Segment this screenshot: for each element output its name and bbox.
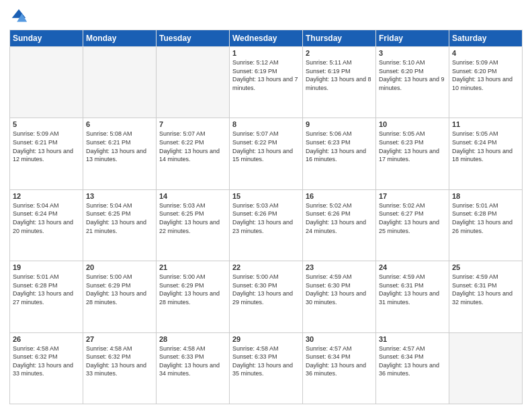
day-number: 3 <box>379 49 446 57</box>
day-number: 2 <box>306 49 373 57</box>
day-cell: 28Sunrise: 4:58 AMSunset: 6:33 PMDayligh… <box>157 332 230 404</box>
day-info: Sunrise: 5:05 AMSunset: 6:24 PMDaylight:… <box>452 130 519 163</box>
day-cell: 4Sunrise: 5:09 AMSunset: 6:20 PMDaylight… <box>449 47 523 118</box>
day-cell: 6Sunrise: 5:08 AMSunset: 6:21 PMDaylight… <box>83 118 157 189</box>
day-info: Sunrise: 5:00 AMSunset: 6:29 PMDaylight:… <box>86 273 153 306</box>
day-info: Sunrise: 5:10 AMSunset: 6:20 PMDaylight:… <box>379 58 446 92</box>
day-info: Sunrise: 5:02 AMSunset: 6:27 PMDaylight:… <box>379 201 446 235</box>
day-number: 21 <box>159 263 226 271</box>
day-cell: 2Sunrise: 5:11 AMSunset: 6:19 PMDaylight… <box>303 47 376 118</box>
day-info: Sunrise: 5:07 AMSunset: 6:22 PMDaylight:… <box>232 130 300 163</box>
day-cell: 24Sunrise: 4:59 AMSunset: 6:31 PMDayligh… <box>376 261 449 332</box>
day-cell: 11Sunrise: 5:05 AMSunset: 6:24 PMDayligh… <box>449 118 523 189</box>
day-cell: 31Sunrise: 4:57 AMSunset: 6:34 PMDayligh… <box>376 332 449 404</box>
page: SundayMondayTuesdayWednesdayThursdayFrid… <box>0 0 532 411</box>
day-number: 22 <box>232 263 300 271</box>
day-number: 8 <box>232 120 300 128</box>
day-info: Sunrise: 4:58 AMSunset: 6:33 PMDaylight:… <box>232 345 300 378</box>
day-number: 14 <box>159 192 226 200</box>
weekday-header-tuesday: Tuesday <box>157 30 230 47</box>
day-cell: 22Sunrise: 5:00 AMSunset: 6:30 PMDayligh… <box>230 261 303 332</box>
day-cell <box>83 47 157 118</box>
day-cell: 19Sunrise: 5:01 AMSunset: 6:28 PMDayligh… <box>10 261 83 332</box>
weekday-header-sunday: Sunday <box>10 30 83 47</box>
day-info: Sunrise: 5:09 AMSunset: 6:20 PMDaylight:… <box>452 58 519 92</box>
day-info: Sunrise: 4:57 AMSunset: 6:34 PMDaylight:… <box>306 345 373 378</box>
day-info: Sunrise: 4:59 AMSunset: 6:31 PMDaylight:… <box>452 273 519 306</box>
day-info: Sunrise: 4:58 AMSunset: 6:32 PMDaylight:… <box>13 345 80 378</box>
day-number: 31 <box>379 335 446 343</box>
day-number: 29 <box>232 335 300 343</box>
day-info: Sunrise: 4:59 AMSunset: 6:31 PMDaylight:… <box>379 273 446 306</box>
day-info: Sunrise: 5:01 AMSunset: 6:28 PMDaylight:… <box>452 201 519 235</box>
weekday-header-friday: Friday <box>376 30 449 47</box>
day-info: Sunrise: 5:00 AMSunset: 6:30 PMDaylight:… <box>232 273 300 306</box>
day-cell: 20Sunrise: 5:00 AMSunset: 6:29 PMDayligh… <box>83 261 157 332</box>
day-number: 9 <box>306 120 373 128</box>
day-number: 30 <box>306 335 373 343</box>
calendar-table: SundayMondayTuesdayWednesdayThursdayFrid… <box>9 30 523 404</box>
weekday-header-monday: Monday <box>83 30 157 47</box>
day-cell: 9Sunrise: 5:06 AMSunset: 6:23 PMDaylight… <box>303 118 376 189</box>
day-cell: 29Sunrise: 4:58 AMSunset: 6:33 PMDayligh… <box>230 332 303 404</box>
weekday-header-row: SundayMondayTuesdayWednesdayThursdayFrid… <box>10 30 523 47</box>
day-cell: 26Sunrise: 4:58 AMSunset: 6:32 PMDayligh… <box>10 332 83 404</box>
day-cell: 27Sunrise: 4:58 AMSunset: 6:32 PMDayligh… <box>83 332 157 404</box>
day-cell: 21Sunrise: 5:00 AMSunset: 6:29 PMDayligh… <box>157 261 230 332</box>
day-number: 18 <box>452 192 519 200</box>
day-info: Sunrise: 5:04 AMSunset: 6:24 PMDaylight:… <box>13 201 80 235</box>
day-info: Sunrise: 5:05 AMSunset: 6:23 PMDaylight:… <box>379 130 446 163</box>
day-number: 16 <box>306 192 373 200</box>
weekday-header-saturday: Saturday <box>449 30 523 47</box>
day-cell: 14Sunrise: 5:03 AMSunset: 6:25 PMDayligh… <box>157 189 230 261</box>
day-info: Sunrise: 4:58 AMSunset: 6:33 PMDaylight:… <box>159 345 226 378</box>
day-number: 23 <box>306 263 373 271</box>
day-info: Sunrise: 5:07 AMSunset: 6:22 PMDaylight:… <box>159 130 226 163</box>
day-info: Sunrise: 5:01 AMSunset: 6:28 PMDaylight:… <box>13 273 80 306</box>
day-number: 15 <box>232 192 300 200</box>
logo-icon <box>9 7 28 26</box>
day-cell: 12Sunrise: 5:04 AMSunset: 6:24 PMDayligh… <box>10 189 83 261</box>
day-number: 26 <box>13 335 80 343</box>
day-number: 27 <box>86 335 153 343</box>
day-cell: 15Sunrise: 5:03 AMSunset: 6:26 PMDayligh… <box>230 189 303 261</box>
day-number: 6 <box>86 120 153 128</box>
day-number: 5 <box>13 120 80 128</box>
day-info: Sunrise: 5:04 AMSunset: 6:25 PMDaylight:… <box>86 201 153 235</box>
day-cell: 1Sunrise: 5:12 AMSunset: 6:19 PMDaylight… <box>230 47 303 118</box>
day-number: 28 <box>159 335 226 343</box>
weekday-header-wednesday: Wednesday <box>230 30 303 47</box>
day-number: 10 <box>379 120 446 128</box>
day-number: 19 <box>13 263 80 271</box>
day-info: Sunrise: 5:00 AMSunset: 6:29 PMDaylight:… <box>159 273 226 306</box>
week-row-4: 26Sunrise: 4:58 AMSunset: 6:32 PMDayligh… <box>10 332 523 404</box>
day-cell: 5Sunrise: 5:09 AMSunset: 6:21 PMDaylight… <box>10 118 83 189</box>
day-info: Sunrise: 5:12 AMSunset: 6:19 PMDaylight:… <box>232 58 300 92</box>
day-cell: 10Sunrise: 5:05 AMSunset: 6:23 PMDayligh… <box>376 118 449 189</box>
day-cell: 18Sunrise: 5:01 AMSunset: 6:28 PMDayligh… <box>449 189 523 261</box>
day-cell: 3Sunrise: 5:10 AMSunset: 6:20 PMDaylight… <box>376 47 449 118</box>
day-cell <box>449 332 523 404</box>
day-cell <box>10 47 83 118</box>
day-info: Sunrise: 4:59 AMSunset: 6:30 PMDaylight:… <box>306 273 373 306</box>
day-info: Sunrise: 5:06 AMSunset: 6:23 PMDaylight:… <box>306 130 373 163</box>
day-cell: 8Sunrise: 5:07 AMSunset: 6:22 PMDaylight… <box>230 118 303 189</box>
day-number: 20 <box>86 263 153 271</box>
day-number: 24 <box>379 263 446 271</box>
day-cell: 13Sunrise: 5:04 AMSunset: 6:25 PMDayligh… <box>83 189 157 261</box>
day-info: Sunrise: 5:02 AMSunset: 6:26 PMDaylight:… <box>306 201 373 235</box>
day-number: 13 <box>86 192 153 200</box>
day-info: Sunrise: 4:57 AMSunset: 6:34 PMDaylight:… <box>379 345 446 378</box>
day-number: 12 <box>13 192 80 200</box>
day-number: 7 <box>159 120 226 128</box>
day-cell: 30Sunrise: 4:57 AMSunset: 6:34 PMDayligh… <box>303 332 376 404</box>
day-info: Sunrise: 5:03 AMSunset: 6:26 PMDaylight:… <box>232 201 300 235</box>
day-cell: 25Sunrise: 4:59 AMSunset: 6:31 PMDayligh… <box>449 261 523 332</box>
week-row-3: 19Sunrise: 5:01 AMSunset: 6:28 PMDayligh… <box>10 261 523 332</box>
week-row-1: 5Sunrise: 5:09 AMSunset: 6:21 PMDaylight… <box>10 118 523 189</box>
day-cell: 7Sunrise: 5:07 AMSunset: 6:22 PMDaylight… <box>157 118 230 189</box>
week-row-2: 12Sunrise: 5:04 AMSunset: 6:24 PMDayligh… <box>10 189 523 261</box>
day-number: 25 <box>452 263 519 271</box>
day-info: Sunrise: 5:08 AMSunset: 6:21 PMDaylight:… <box>86 130 153 163</box>
day-cell <box>157 47 230 118</box>
